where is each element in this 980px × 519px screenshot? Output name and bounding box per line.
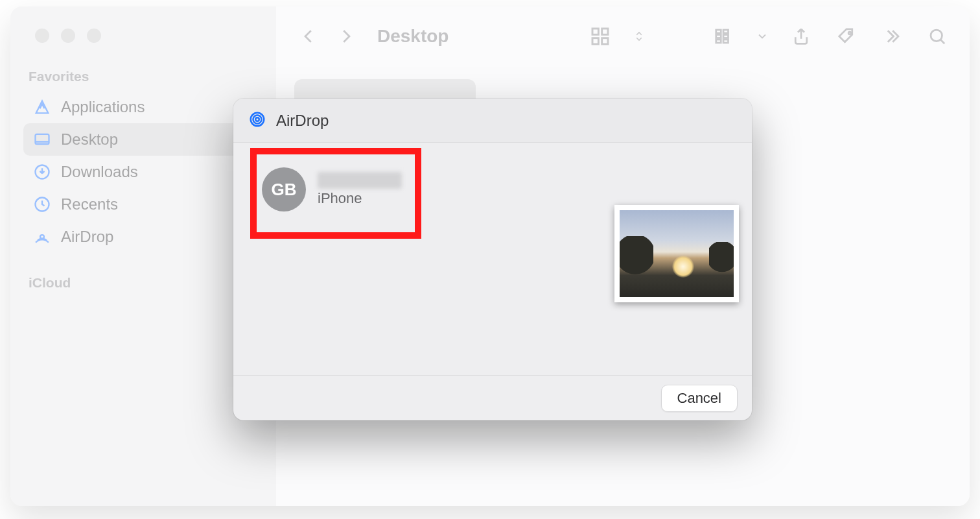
close-dot-icon[interactable] bbox=[35, 29, 49, 43]
avatar-initials: GB bbox=[272, 180, 297, 200]
recents-icon bbox=[32, 195, 52, 214]
sidebar-item-recents[interactable]: Recents bbox=[23, 188, 264, 221]
airdrop-target[interactable]: GB iPhone bbox=[250, 149, 419, 230]
sidebar-section-label: Favorites bbox=[29, 69, 264, 84]
svg-rect-7 bbox=[602, 38, 608, 44]
sidebar-item-label: Downloads bbox=[61, 163, 138, 181]
window-title: Desktop bbox=[377, 26, 449, 47]
zoom-dot-icon[interactable] bbox=[87, 29, 101, 43]
sidebar-item-label: Applications bbox=[61, 98, 145, 116]
dialog-footer: Cancel bbox=[233, 375, 752, 420]
toolbar: Desktop bbox=[276, 6, 970, 66]
dialog-header: AirDrop bbox=[233, 99, 752, 143]
svg-rect-12 bbox=[723, 35, 729, 38]
sidebar-section-label: iCloud bbox=[29, 275, 264, 291]
svg-point-15 bbox=[931, 30, 942, 42]
airdrop-dialog: AirDrop GB iPhone Cancel bbox=[233, 99, 752, 420]
sidebar-item-applications[interactable]: Applications bbox=[23, 91, 264, 123]
tags-button[interactable] bbox=[834, 23, 859, 49]
dialog-body: GB iPhone bbox=[233, 143, 752, 375]
svg-rect-6 bbox=[592, 38, 598, 44]
svg-rect-9 bbox=[716, 35, 721, 38]
svg-point-14 bbox=[848, 32, 851, 34]
svg-point-16 bbox=[255, 117, 259, 121]
view-updown-icon[interactable] bbox=[633, 23, 646, 49]
target-name-redacted bbox=[318, 172, 402, 189]
sidebar-item-label: AirDrop bbox=[61, 228, 113, 246]
cancel-button-label: Cancel bbox=[677, 390, 721, 407]
target-device: iPhone bbox=[318, 190, 402, 207]
window-controls bbox=[35, 29, 264, 43]
sidebar-item-label: Recents bbox=[61, 195, 118, 213]
dialog-title: AirDrop bbox=[276, 112, 329, 130]
view-icons-button[interactable] bbox=[587, 23, 613, 49]
svg-rect-5 bbox=[602, 29, 608, 34]
group-button[interactable] bbox=[710, 23, 736, 49]
preview-image bbox=[620, 210, 734, 297]
svg-rect-10 bbox=[716, 40, 721, 43]
share-button[interactable] bbox=[788, 23, 814, 49]
forward-button[interactable] bbox=[333, 23, 359, 49]
airdrop-icon bbox=[32, 227, 52, 247]
svg-point-17 bbox=[253, 115, 262, 123]
back-button[interactable] bbox=[296, 23, 321, 49]
more-button[interactable] bbox=[879, 23, 905, 49]
search-button[interactable] bbox=[924, 23, 950, 49]
svg-rect-11 bbox=[723, 30, 729, 33]
minimize-dot-icon[interactable] bbox=[61, 29, 75, 43]
svg-rect-4 bbox=[592, 29, 598, 34]
svg-rect-8 bbox=[716, 30, 721, 33]
desktop-icon bbox=[32, 130, 52, 149]
applications-icon bbox=[32, 97, 52, 117]
cancel-button[interactable]: Cancel bbox=[661, 385, 738, 412]
chevron-down-icon[interactable] bbox=[756, 23, 769, 49]
airdrop-icon bbox=[248, 110, 267, 132]
sidebar-item-desktop[interactable]: Desktop bbox=[23, 123, 264, 156]
sidebar-item-label: Desktop bbox=[61, 130, 118, 149]
sidebar-item-downloads[interactable]: Downloads bbox=[23, 156, 264, 188]
svg-rect-0 bbox=[36, 134, 49, 144]
svg-rect-13 bbox=[723, 40, 729, 43]
sidebar-item-airdrop[interactable]: AirDrop bbox=[23, 221, 264, 253]
downloads-icon bbox=[32, 162, 52, 182]
file-preview bbox=[614, 205, 739, 302]
avatar: GB bbox=[262, 167, 306, 211]
